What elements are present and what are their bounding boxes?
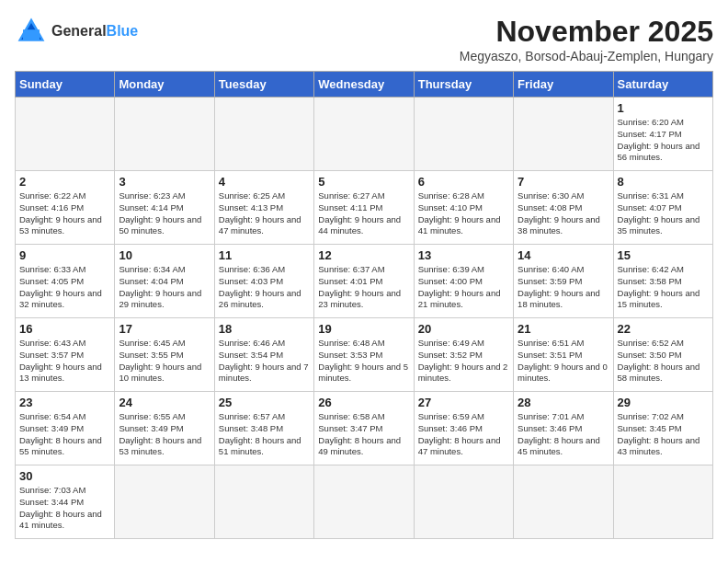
day-info: Sunrise: 6:31 AM Sunset: 4:07 PM Dayligh… xyxy=(618,190,709,237)
calendar-cell: 19Sunrise: 6:48 AM Sunset: 3:53 PM Dayli… xyxy=(314,318,414,392)
day-info: Sunrise: 6:52 AM Sunset: 3:50 PM Dayligh… xyxy=(618,338,709,385)
day-number: 6 xyxy=(418,175,509,189)
month-title: November 2025 xyxy=(460,15,713,49)
day-info: Sunrise: 6:46 AM Sunset: 3:54 PM Dayligh… xyxy=(219,338,310,385)
day-info: Sunrise: 7:02 AM Sunset: 3:45 PM Dayligh… xyxy=(618,411,709,458)
weekday-header-sunday: Sunday xyxy=(16,72,115,98)
day-number: 26 xyxy=(318,396,409,409)
week-row-5: 23Sunrise: 6:54 AM Sunset: 3:49 PM Dayli… xyxy=(16,392,713,465)
day-info: Sunrise: 6:28 AM Sunset: 4:10 PM Dayligh… xyxy=(418,190,509,237)
day-number: 1 xyxy=(618,101,709,115)
calendar-cell: 6Sunrise: 6:28 AM Sunset: 4:10 PM Daylig… xyxy=(414,171,513,245)
calendar-cell: 1Sunrise: 6:20 AM Sunset: 4:17 PM Daylig… xyxy=(613,98,712,171)
calendar-cell: 2Sunrise: 6:22 AM Sunset: 4:16 PM Daylig… xyxy=(16,171,115,245)
header: GeneralBlue November 2025 Megyaszo, Bors… xyxy=(15,15,713,63)
calendar-cell: 13Sunrise: 6:39 AM Sunset: 4:00 PM Dayli… xyxy=(414,245,513,318)
day-info: Sunrise: 7:03 AM Sunset: 3:44 PM Dayligh… xyxy=(19,485,110,532)
day-number: 17 xyxy=(119,322,210,336)
calendar-cell: 3Sunrise: 6:23 AM Sunset: 4:14 PM Daylig… xyxy=(115,171,214,245)
day-info: Sunrise: 6:37 AM Sunset: 4:01 PM Dayligh… xyxy=(318,264,409,311)
calendar-cell xyxy=(514,465,613,539)
calendar-cell: 26Sunrise: 6:58 AM Sunset: 3:47 PM Dayli… xyxy=(314,392,414,465)
calendar-cell: 21Sunrise: 6:51 AM Sunset: 3:51 PM Dayli… xyxy=(514,318,613,392)
day-info: Sunrise: 6:51 AM Sunset: 3:51 PM Dayligh… xyxy=(518,338,609,385)
week-row-4: 16Sunrise: 6:43 AM Sunset: 3:57 PM Dayli… xyxy=(16,318,713,392)
calendar-cell: 24Sunrise: 6:55 AM Sunset: 3:49 PM Dayli… xyxy=(115,392,214,465)
calendar-cell xyxy=(16,98,115,171)
day-number: 25 xyxy=(219,396,310,409)
calendar-cell: 22Sunrise: 6:52 AM Sunset: 3:50 PM Dayli… xyxy=(613,318,712,392)
day-number: 10 xyxy=(119,248,210,262)
day-number: 19 xyxy=(318,322,409,336)
calendar-cell xyxy=(414,98,513,171)
calendar-cell: 15Sunrise: 6:42 AM Sunset: 3:58 PM Dayli… xyxy=(613,245,712,318)
calendar-cell xyxy=(314,465,414,539)
day-number: 4 xyxy=(219,175,310,189)
week-row-2: 2Sunrise: 6:22 AM Sunset: 4:16 PM Daylig… xyxy=(16,171,713,245)
calendar-cell xyxy=(514,98,613,171)
day-number: 8 xyxy=(618,175,709,189)
calendar-cell xyxy=(115,98,214,171)
day-info: Sunrise: 6:30 AM Sunset: 4:08 PM Dayligh… xyxy=(518,190,609,237)
day-number: 28 xyxy=(518,396,609,409)
day-info: Sunrise: 6:33 AM Sunset: 4:05 PM Dayligh… xyxy=(19,264,110,311)
title-area: November 2025 Megyaszo, Borsod-Abauj-Zem… xyxy=(460,15,713,63)
logo-icon xyxy=(15,15,48,48)
weekday-header-saturday: Saturday xyxy=(613,72,712,98)
logo-wordmark: GeneralBlue xyxy=(51,23,138,40)
calendar-cell: 30Sunrise: 7:03 AM Sunset: 3:44 PM Dayli… xyxy=(16,465,115,539)
calendar-cell: 20Sunrise: 6:49 AM Sunset: 3:52 PM Dayli… xyxy=(414,318,513,392)
day-info: Sunrise: 6:39 AM Sunset: 4:00 PM Dayligh… xyxy=(418,264,509,311)
calendar-cell xyxy=(115,465,214,539)
day-info: Sunrise: 6:58 AM Sunset: 3:47 PM Dayligh… xyxy=(318,411,409,458)
weekday-header-tuesday: Tuesday xyxy=(214,72,313,98)
day-info: Sunrise: 6:36 AM Sunset: 4:03 PM Dayligh… xyxy=(219,264,310,311)
day-number: 18 xyxy=(219,322,310,336)
day-number: 11 xyxy=(219,248,310,262)
day-info: Sunrise: 6:45 AM Sunset: 3:55 PM Dayligh… xyxy=(119,338,210,385)
day-info: Sunrise: 6:25 AM Sunset: 4:13 PM Dayligh… xyxy=(219,190,310,237)
day-number: 23 xyxy=(19,396,110,409)
day-number: 2 xyxy=(19,175,110,189)
calendar-cell: 29Sunrise: 7:02 AM Sunset: 3:45 PM Dayli… xyxy=(613,392,712,465)
day-number: 13 xyxy=(418,248,509,262)
day-info: Sunrise: 6:57 AM Sunset: 3:48 PM Dayligh… xyxy=(219,411,310,458)
calendar-cell: 16Sunrise: 6:43 AM Sunset: 3:57 PM Dayli… xyxy=(16,318,115,392)
day-number: 7 xyxy=(518,175,609,189)
weekday-header-friday: Friday xyxy=(514,72,613,98)
day-number: 21 xyxy=(518,322,609,336)
day-info: Sunrise: 6:23 AM Sunset: 4:14 PM Dayligh… xyxy=(119,190,210,237)
calendar-cell: 25Sunrise: 6:57 AM Sunset: 3:48 PM Dayli… xyxy=(214,392,313,465)
calendar-cell: 7Sunrise: 6:30 AM Sunset: 4:08 PM Daylig… xyxy=(514,171,613,245)
day-info: Sunrise: 6:59 AM Sunset: 3:46 PM Dayligh… xyxy=(418,411,509,458)
day-number: 5 xyxy=(318,175,409,189)
day-number: 14 xyxy=(518,248,609,262)
calendar-cell: 18Sunrise: 6:46 AM Sunset: 3:54 PM Dayli… xyxy=(214,318,313,392)
calendar-cell xyxy=(613,465,712,539)
calendar-table: SundayMondayTuesdayWednesdayThursdayFrid… xyxy=(15,71,713,539)
day-number: 30 xyxy=(19,469,110,483)
day-number: 27 xyxy=(418,396,509,409)
day-info: Sunrise: 6:27 AM Sunset: 4:11 PM Dayligh… xyxy=(318,190,409,237)
weekday-header-wednesday: Wednesday xyxy=(314,72,414,98)
calendar-cell: 17Sunrise: 6:45 AM Sunset: 3:55 PM Dayli… xyxy=(115,318,214,392)
weekday-header-monday: Monday xyxy=(115,72,214,98)
day-info: Sunrise: 7:01 AM Sunset: 3:46 PM Dayligh… xyxy=(518,411,609,458)
day-number: 3 xyxy=(119,175,210,189)
day-info: Sunrise: 6:42 AM Sunset: 3:58 PM Dayligh… xyxy=(618,264,709,311)
week-row-6: 30Sunrise: 7:03 AM Sunset: 3:44 PM Dayli… xyxy=(16,465,713,539)
day-info: Sunrise: 6:34 AM Sunset: 4:04 PM Dayligh… xyxy=(119,264,210,311)
calendar-cell xyxy=(414,465,513,539)
day-info: Sunrise: 6:54 AM Sunset: 3:49 PM Dayligh… xyxy=(19,411,110,458)
calendar-cell xyxy=(214,98,313,171)
calendar-cell: 4Sunrise: 6:25 AM Sunset: 4:13 PM Daylig… xyxy=(214,171,313,245)
day-number: 9 xyxy=(19,248,110,262)
week-row-3: 9Sunrise: 6:33 AM Sunset: 4:05 PM Daylig… xyxy=(16,245,713,318)
day-number: 15 xyxy=(618,248,709,262)
day-number: 12 xyxy=(318,248,409,262)
calendar-cell: 14Sunrise: 6:40 AM Sunset: 3:59 PM Dayli… xyxy=(514,245,613,318)
day-info: Sunrise: 6:20 AM Sunset: 4:17 PM Dayligh… xyxy=(618,117,709,164)
day-info: Sunrise: 6:49 AM Sunset: 3:52 PM Dayligh… xyxy=(418,338,509,385)
calendar-cell: 23Sunrise: 6:54 AM Sunset: 3:49 PM Dayli… xyxy=(16,392,115,465)
calendar-cell: 11Sunrise: 6:36 AM Sunset: 4:03 PM Dayli… xyxy=(214,245,313,318)
